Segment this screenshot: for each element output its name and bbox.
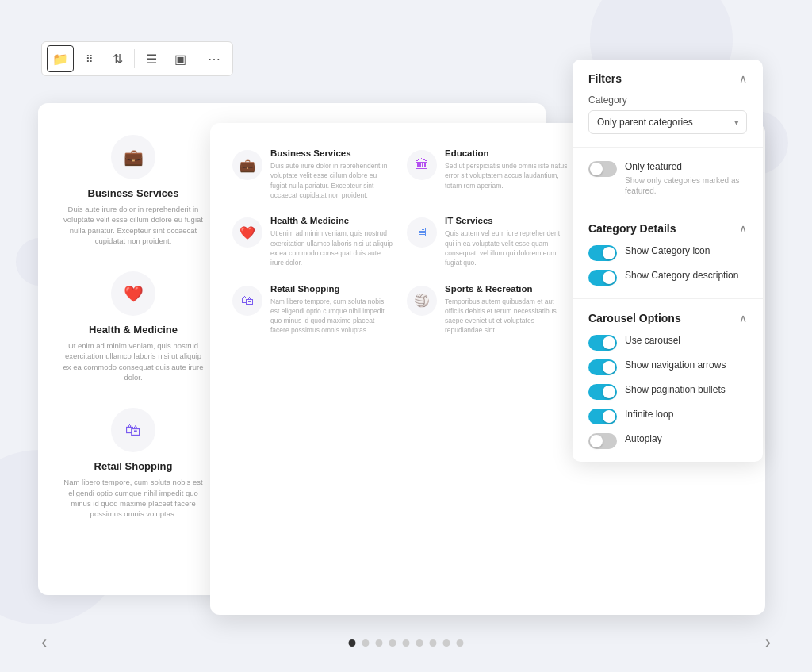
pagination-dot-9[interactable] [457, 639, 464, 647]
briefcase-icon: 💼 [124, 148, 144, 167]
show-desc-label: Show Category description [625, 269, 738, 282]
show-bullets-track [588, 384, 617, 400]
toolbar-layout-btn[interactable]: ▣ [167, 45, 193, 72]
list-item-business: 💼 Business Services Duis aute irure dolo… [232, 148, 394, 200]
list-item-retail: 🛍 Retail Shopping Nam libero tempore, cu… [232, 284, 394, 336]
carousel-title: Carousel Options [588, 312, 681, 324]
category-details-title: Category Details [588, 222, 676, 235]
show-bullets-toggle[interactable] [588, 384, 617, 400]
pagination-dot-2[interactable] [362, 639, 370, 647]
show-icon-thumb [603, 247, 615, 259]
pagination [349, 639, 464, 647]
use-carousel-label: Use carousel [625, 334, 680, 348]
filters-collapse-icon[interactable]: ∧ [739, 72, 747, 85]
list-sports-icon: 🏐 [407, 286, 437, 316]
it-list-icon: 🖥 [416, 225, 428, 240]
list-business-desc: Duis aute irure dolor in reprehenderit i… [270, 161, 394, 200]
toolbar-list-btn[interactable]: ☰ [138, 45, 165, 72]
autoplay-thumb [590, 435, 603, 447]
health-list-icon: ❤️ [239, 225, 255, 240]
list-item-it: 🖥 IT Services Quis autem vel eum iure re… [407, 216, 569, 267]
show-desc-row: Show Category description [588, 269, 747, 286]
category-details-section: Category Details ∧ Show Category icon Sh… [573, 209, 763, 299]
only-featured-labels: Only featured Show only categories marke… [625, 160, 747, 196]
only-featured-track [588, 161, 617, 177]
list-business-icon: 💼 [232, 150, 262, 180]
filters-header: Filters ∧ [588, 72, 747, 85]
show-nav-toggle[interactable] [588, 359, 617, 375]
retail-icon: 🛍 [125, 421, 141, 440]
show-bullets-label: Show pagination bullets [625, 383, 726, 397]
business-desc: Duis aute irure dolor in reprehenderit i… [60, 204, 206, 246]
list-health-content: Health & Medicine Ut enim ad minim venia… [270, 216, 394, 267]
only-featured-section: Only featured Show only categories marke… [573, 148, 763, 209]
show-nav-track [588, 359, 617, 375]
pagination-dot-7[interactable] [430, 639, 437, 647]
show-desc-track [588, 270, 617, 286]
list-education-desc: Sed ut perspiciatis unde omnis iste natu… [445, 161, 569, 190]
infinite-loop-row: Infinite loop [588, 408, 747, 424]
toolbar-more-btn[interactable]: ⋯ [201, 45, 228, 72]
more-icon: ⋯ [208, 52, 220, 67]
show-icon-label: Show Category icon [625, 244, 710, 258]
category-select-wrapper: Only parent categories All categories Ch… [588, 110, 747, 134]
business-title: Business Services [88, 187, 179, 199]
toolbar-divider2 [197, 49, 197, 68]
infinite-loop-toggle[interactable] [588, 409, 617, 424]
list-sports-desc: Temporibus autem quibusdam et aut offici… [445, 297, 569, 336]
list-it-content: IT Services Quis autem vel eum iure repr… [445, 216, 569, 267]
pagination-dot-4[interactable] [389, 639, 396, 647]
category-select[interactable]: Only parent categories All categories Ch… [588, 110, 747, 134]
next-arrow[interactable]: › [765, 632, 771, 653]
pagination-dot-8[interactable] [443, 639, 450, 647]
grid-icon: ⠿ [86, 53, 93, 65]
show-bullets-row: Show pagination bullets [588, 383, 747, 400]
health-icon: ❤️ [124, 284, 144, 303]
pagination-dot-5[interactable] [403, 639, 410, 647]
list-business-title: Business Services [270, 148, 394, 158]
list-icon: ☰ [146, 52, 157, 67]
retail-title: Retail Shopping [94, 460, 173, 472]
briefcase-list-icon: 💼 [239, 158, 255, 173]
use-carousel-track [588, 335, 617, 351]
show-icon-row: Show Category icon [588, 244, 747, 261]
business-icon-circle: 💼 [111, 135, 155, 179]
health-icon-circle: ❤️ [111, 271, 155, 316]
toolbar-arrows-btn[interactable]: ⇅ [104, 45, 131, 72]
list-health-icon: ❤️ [232, 217, 262, 248]
infinite-loop-label: Infinite loop [625, 408, 673, 421]
use-carousel-row: Use carousel [588, 334, 747, 351]
list-business-content: Business Services Duis aute irure dolor … [270, 148, 394, 200]
show-icon-toggle[interactable] [588, 245, 617, 261]
retail-list-icon: 🛍 [241, 294, 254, 308]
autoplay-toggle[interactable] [588, 433, 617, 449]
list-education-content: Education Sed ut perspiciatis unde omnis… [445, 148, 569, 190]
toolbar-folder-btn[interactable]: 📁 [47, 45, 74, 72]
show-desc-thumb [603, 271, 615, 284]
folder-icon: 📁 [52, 52, 68, 67]
filters-title: Filters [588, 72, 622, 85]
health-desc: Ut enim ad minim veniam, quis nostrud ex… [60, 340, 206, 382]
list-sports-content: Sports & Recreation Temporibus autem qui… [445, 284, 569, 336]
pagination-dot-1[interactable] [349, 639, 356, 647]
show-nav-thumb [603, 361, 615, 374]
category-details-header: Category Details ∧ [588, 222, 747, 235]
list-it-title: IT Services [445, 216, 569, 225]
pagination-dot-3[interactable] [376, 639, 383, 647]
pagination-dot-6[interactable] [416, 639, 423, 647]
carousel-collapse-icon[interactable]: ∧ [739, 312, 747, 324]
arrows-icon: ⇅ [113, 52, 123, 67]
toolbar-grid-btn[interactable]: ⠿ [75, 45, 102, 72]
only-featured-row: Only featured Show only categories marke… [588, 160, 747, 196]
prev-arrow[interactable]: ‹ [41, 632, 47, 653]
show-desc-toggle[interactable] [588, 270, 617, 286]
only-featured-toggle[interactable] [588, 161, 617, 177]
education-list-icon: 🏛 [416, 158, 428, 172]
retail-desc: Nam libero tempore, cum soluta nobis est… [60, 477, 206, 519]
use-carousel-toggle[interactable] [588, 335, 617, 351]
list-retail-desc: Nam libero tempore, cum soluta nobis est… [270, 297, 394, 336]
category-details-collapse-icon[interactable]: ∧ [739, 222, 747, 235]
infinite-loop-track [588, 409, 617, 424]
list-it-icon: 🖥 [407, 217, 437, 248]
category-item-retail: 🛍 Retail Shopping Nam libero tempore, cu… [57, 401, 209, 525]
